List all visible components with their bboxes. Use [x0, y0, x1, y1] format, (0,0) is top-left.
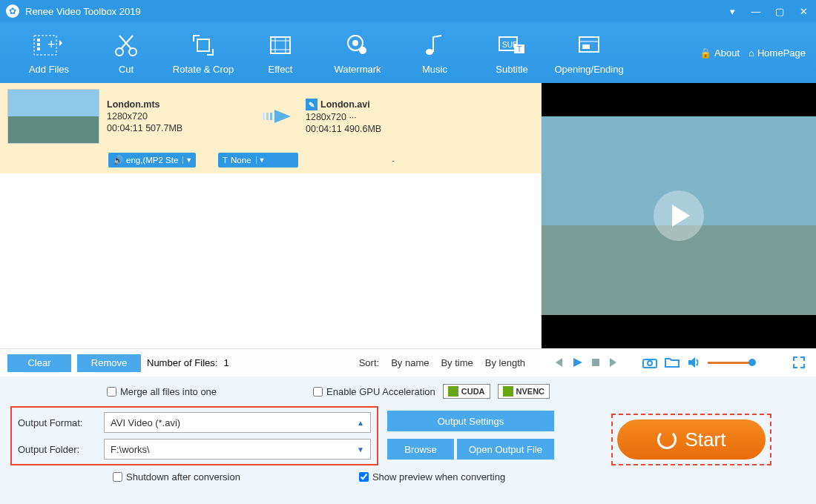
main-toolbar: + Add Files Cut Rotate & Crop Effect Wat… — [0, 22, 816, 83]
prev-icon[interactable] — [552, 357, 564, 368]
svg-rect-26 — [270, 113, 272, 120]
file-row[interactable]: London.mts 1280x720 00:04:11 507.7MB ✎Lo… — [0, 83, 541, 150]
tool-label: Effect — [268, 64, 292, 75]
output-settings-button[interactable]: Output Settings — [387, 411, 554, 431]
preview-panel — [542, 83, 816, 348]
list-controls: Clear Remove Number of Files: 1 Sort: By… — [0, 348, 542, 377]
about-link[interactable]: 🔒About — [700, 47, 740, 59]
cut-icon — [113, 31, 139, 59]
folder-value: F:\works\ — [111, 444, 150, 455]
tool-label: Rotate & Crop — [173, 64, 234, 75]
sort-label: Sort: — [359, 357, 379, 368]
svg-rect-23 — [582, 44, 590, 49]
volume-slider[interactable] — [708, 362, 752, 364]
fullscreen-icon[interactable] — [792, 356, 806, 369]
arrow-icon — [261, 105, 298, 127]
app-title: Renee Video Toolbox 2019 — [25, 6, 725, 17]
open-output-button[interactable]: Open Output File — [457, 439, 554, 460]
watermark-button[interactable]: Watermark — [319, 31, 396, 75]
about-label: About — [714, 47, 740, 59]
subtitle-icon: SUBT — [498, 31, 526, 59]
file-count: 1 — [223, 357, 228, 368]
svg-rect-2 — [37, 43, 40, 46]
dropdown-icon[interactable]: ▾ — [725, 4, 739, 18]
chevron-up-icon: ▲ — [357, 419, 364, 427]
music-button[interactable]: Music — [396, 31, 473, 75]
gpu-checkbox[interactable]: Enable GPU Acceleration — [313, 386, 435, 397]
shutdown-checkbox[interactable]: Shutdown after conversion — [113, 471, 240, 483]
start-label: Start — [685, 428, 726, 451]
dest-filename: ✎London.avi — [306, 99, 381, 110]
close-icon[interactable]: ✕ — [797, 4, 810, 18]
next-icon[interactable] — [608, 357, 620, 368]
svg-rect-1 — [37, 39, 40, 42]
add-files-button[interactable]: + Add Files — [10, 31, 88, 75]
svg-point-6 — [129, 48, 136, 56]
stop-icon[interactable] — [590, 357, 601, 368]
format-value: AVI Video (*.avi) — [111, 417, 180, 428]
maximize-icon[interactable]: ▢ — [773, 4, 786, 18]
browse-button[interactable]: Browse — [387, 439, 454, 460]
minimize-icon[interactable]: — — [749, 4, 763, 18]
clear-button[interactable]: Clear — [7, 354, 71, 372]
play-button[interactable] — [654, 190, 704, 241]
app-logo-icon — [6, 4, 19, 18]
gpu-label: Enable GPU Acceleration — [326, 386, 435, 397]
format-label: Output Format: — [18, 417, 99, 428]
svg-rect-8 — [271, 37, 290, 53]
cut-button[interactable]: Cut — [88, 31, 165, 75]
camera-icon[interactable] — [642, 357, 657, 368]
rotate-crop-button[interactable]: Rotate & Crop — [165, 31, 242, 75]
sort-by-time[interactable]: By time — [441, 357, 473, 368]
audio-track-dropdown[interactable]: 🔊eng,(MP2 Ste ▼ — [108, 153, 196, 168]
svg-rect-25 — [266, 113, 269, 120]
effect-button[interactable]: Effect — [242, 31, 319, 75]
thumbnail — [7, 89, 99, 144]
svg-point-15 — [359, 47, 366, 54]
merge-label: Merge all files into one — [120, 386, 217, 397]
svg-rect-7 — [197, 39, 209, 51]
homepage-label: HomePage — [757, 47, 806, 59]
titlebar: Renee Video Toolbox 2019 ▾ — ▢ ✕ — [0, 0, 816, 22]
show-preview-label: Show preview when converting — [372, 471, 505, 483]
edit-icon[interactable]: ✎ — [306, 99, 317, 110]
output-format-dropdown[interactable]: AVI Video (*.avi)▲ — [104, 412, 371, 433]
shutdown-label: Shutdown after conversion — [126, 471, 240, 483]
preview-controls — [542, 348, 816, 377]
merge-checkbox[interactable]: Merge all files into one — [107, 386, 217, 397]
opening-ending-button[interactable]: Opening/Ending — [550, 31, 628, 75]
svg-text:+: + — [47, 37, 56, 52]
music-icon — [422, 31, 447, 59]
homepage-link[interactable]: ⌂HomePage — [748, 47, 806, 59]
folder-icon[interactable] — [665, 357, 680, 368]
show-preview-checkbox[interactable]: Show preview when converting — [359, 471, 505, 483]
audio-label: eng,(MP2 Ste — [126, 156, 178, 165]
opening-ending-icon — [576, 31, 602, 59]
start-button[interactable]: Start — [617, 420, 766, 460]
home-icon: ⌂ — [748, 47, 754, 59]
tool-label: Opening/Ending — [554, 64, 623, 75]
nvenc-badge: NVENC — [498, 384, 550, 399]
tool-label: Watermark — [334, 64, 381, 75]
lock-icon: 🔒 — [700, 47, 711, 59]
output-highlight-box: Output Format: AVI Video (*.avi)▲ Output… — [10, 406, 378, 465]
text-icon: T — [223, 156, 228, 165]
play-icon[interactable] — [571, 357, 583, 368]
tool-label: Cut — [119, 64, 134, 75]
source-info: 00:04:11 507.7MB — [107, 123, 254, 133]
svg-rect-27 — [592, 359, 599, 366]
svg-rect-24 — [263, 113, 265, 120]
source-resolution: 1280x720 — [107, 111, 254, 122]
remove-button[interactable]: Remove — [77, 354, 141, 372]
sort-by-name[interactable]: By name — [391, 357, 429, 368]
watermark-icon — [345, 31, 370, 59]
volume-icon[interactable] — [687, 357, 700, 368]
file-list: London.mts 1280x720 00:04:11 507.7MB ✎Lo… — [0, 83, 542, 348]
tool-label: Music — [422, 64, 447, 75]
chevron-down-icon: ▼ — [357, 445, 364, 454]
sort-by-length[interactable]: By length — [485, 357, 525, 368]
subtitle-track-dropdown[interactable]: TNone ▼ — [218, 153, 298, 168]
tool-label: Subtitle — [496, 64, 527, 75]
output-folder-dropdown[interactable]: F:\works\▼ — [104, 439, 371, 460]
subtitle-button[interactable]: SUBT Subtitle — [473, 31, 550, 75]
